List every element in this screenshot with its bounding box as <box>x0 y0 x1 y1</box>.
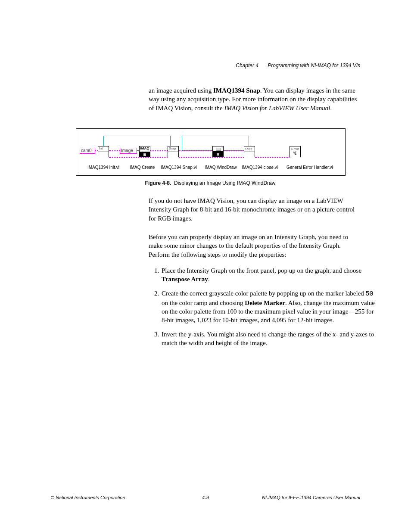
step1-c: . <box>208 276 210 283</box>
wire-dotted <box>109 157 168 158</box>
node-label: Snap <box>168 146 178 152</box>
label-init: IMAQ1394 Init.vi <box>87 165 119 170</box>
p1-b1: IMAQ1394 Snap <box>213 87 260 94</box>
camera-icon: ◙ <box>143 152 146 157</box>
label-close: IMAQ1394 close.vi <box>242 165 278 170</box>
paragraph-2: If you do not have IMAQ Vision, you can … <box>149 196 363 223</box>
running-header: Chapter 4 Programming with NI-IMAQ for 1… <box>236 62 360 68</box>
figure-caption-text: Displaying an Image Using IMAQ WindDraw <box>174 180 275 186</box>
step-3: Invert the y-axis. You might also need t… <box>161 330 375 348</box>
figure-caption-num: Figure 4-8. <box>145 180 171 186</box>
image-glyph <box>216 148 221 151</box>
imaq1394-close-node: close <box>244 146 255 157</box>
label-winddraw: IMAQ WindDraw <box>205 165 237 170</box>
lightning-icon: ↯ <box>293 149 298 156</box>
general-error-handler-node: Error ↯ <box>290 146 301 157</box>
label-snap: IMAQ1394 Snap.vi <box>161 165 197 170</box>
camera-icon: ◙ <box>217 152 219 156</box>
paragraph-1: an image acquired using IMAQ1394 Snap. Y… <box>149 86 363 112</box>
imaq1394-init-node: Init <box>98 146 109 157</box>
imaq1394-snap-node: Snap <box>168 146 179 157</box>
page-footer: © National Instruments Corporation 4-9 N… <box>51 495 360 502</box>
step-1: Place the Intensity Graph on the front p… <box>161 266 375 284</box>
step1-bold: Transpose Array <box>162 276 208 283</box>
node-label: IMAQ <box>140 146 150 152</box>
step2-bold: Delete Marker <box>245 299 285 306</box>
step2-code: 50 <box>366 290 374 298</box>
step2-b: on the color ramp and choosing <box>162 299 245 306</box>
p1-t1: an image acquired using <box>149 87 213 94</box>
figure-caption: Figure 4-8. Displaying an Image Using IM… <box>76 180 345 186</box>
imaq-create-node: IMAQ ◙ <box>139 146 150 157</box>
step2-a: Create the correct grayscale color palet… <box>162 290 366 297</box>
label-create: IMAQ Create <box>130 165 155 170</box>
figure-4-8-box: cam0 Init Image IMAQ ◙ Snap <box>76 128 346 176</box>
p1-i1: IMAQ Vision for LabVIEW User Manual <box>224 105 330 112</box>
imaq-winddraw-node: ◙ <box>212 146 224 157</box>
node-label: Init <box>98 146 109 152</box>
footer-manual: NI-IMAQ for IEEE-1394 Cameras User Manua… <box>262 495 360 500</box>
chapter-number: Chapter 4 <box>236 62 258 68</box>
label-geh: General Error Handler.vi <box>286 165 333 170</box>
chapter-title: Programming with NI-IMAQ for 1394 VIs <box>268 62 360 68</box>
cam0-constant: cam0 <box>80 148 95 154</box>
wire-dotted <box>179 157 244 158</box>
wire-dotted <box>224 150 244 151</box>
wire-horiz <box>182 136 249 136</box>
steps-list: Place the Intensity Graph on the front p… <box>149 266 375 352</box>
wire-dotted <box>109 150 120 151</box>
step-2: Create the correct grayscale color palet… <box>161 289 375 325</box>
node-label: close <box>244 146 255 152</box>
p1-t3: . <box>330 105 332 112</box>
wire-horiz <box>103 136 170 136</box>
wire-dotted <box>179 150 212 151</box>
wire-dotted <box>255 157 290 158</box>
figure-labels-row: IMAQ1394 Init.vi IMAQ Create IMAQ1394 Sn… <box>80 165 341 173</box>
wire-dotted <box>150 150 168 151</box>
image-constant: Image <box>120 148 137 154</box>
wire-vert <box>182 136 182 150</box>
step1-a: Place the Intensity Graph on the front p… <box>162 267 361 274</box>
paragraph-3: Before you can properly display an image… <box>149 233 363 259</box>
